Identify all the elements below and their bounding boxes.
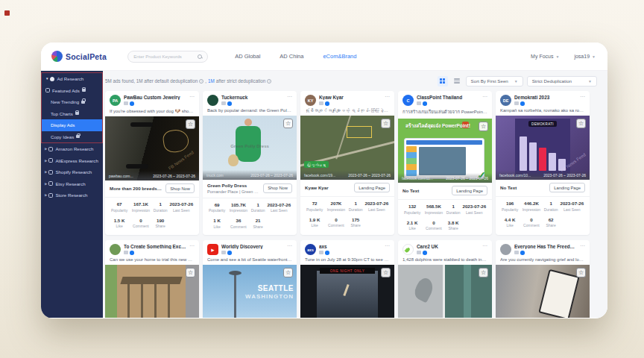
advertiser-avatar[interactable]: C [402, 95, 414, 106]
favorite-star-button[interactable]: ☆ [186, 268, 195, 277]
list-view-button[interactable] [452, 76, 462, 87]
more-menu-icon[interactable]: ⋯ [287, 95, 292, 98]
ad-creative-image[interactable]: Green Polly Dress ☆ tnuck.com 2023-07-26… [203, 116, 297, 180]
more-menu-icon[interactable]: ⋯ [385, 95, 390, 98]
sidebar-item-ad-research[interactable]: ▼Ad Research [42, 73, 102, 85]
more-menu-icon[interactable]: ⋯ [385, 244, 390, 248]
ad-card[interactable]: Tuckernuck ⋯ Back by popular demand: the… [203, 91, 297, 235]
favorite-star-button[interactable]: ☆ [576, 268, 586, 277]
ad-creative-image[interactable]: ✓ สร้างสไลด์สุดเจ๋ง PowerPoint! ☆ facebo… [398, 119, 492, 183]
favorite-star-button[interactable]: ☆ [381, 268, 391, 277]
advertiser-name[interactable]: axs [319, 244, 382, 249]
sidebar-item-amazon-research[interactable]: ▶Amazon Research [41, 143, 103, 155]
ad-card[interactable]: axs axs ⋯ Tune in on July 28 at 9:30pm C… [300, 240, 394, 318]
ad-creative-image[interactable]: SEATTLE WASHINGTON ☆ [203, 265, 297, 318]
advertiser-name[interactable]: Everyone Has The Freedom To... [514, 244, 577, 249]
more-menu-icon[interactable]: ⋯ [189, 95, 195, 98]
advertiser-avatar[interactable]: PA [110, 95, 121, 106]
advertiser-url[interactable]: tnuck.com [206, 173, 224, 178]
more-menu-icon[interactable]: ⋯ [287, 244, 292, 248]
deduplication-dropdown[interactable]: Strict Deduplication▼ [527, 76, 597, 87]
advertiser-avatar[interactable] [207, 95, 218, 106]
advertiser-url[interactable]: facebook.com/10... [499, 173, 531, 178]
ad-creative-image[interactable]: FB News Feed ☆ pawbau.com... 2023-07-26 … [105, 116, 199, 180]
advertiser-avatar[interactable] [402, 244, 414, 255]
advertiser-name[interactable]: Demokrati 2023 [514, 95, 577, 100]
advertiser-name[interactable]: Care2 UK [417, 244, 479, 249]
advertiser-url[interactable]: pawbau.com... [109, 174, 133, 178]
search-input[interactable] [133, 54, 198, 59]
my-focus-menu[interactable]: My Focus▼ [531, 54, 559, 59]
sidebar-item-store-research[interactable]: ▶Store Research [41, 189, 103, 201]
socialpeta-logo[interactable]: SocialPeta [51, 51, 107, 62]
advertiser-avatar[interactable]: axs [305, 244, 316, 255]
more-menu-icon[interactable]: ⋯ [482, 95, 487, 98]
cta-button[interactable]: Landing Page [354, 183, 390, 192]
ad-research-group: ▼Ad ResearchFeatured AdsNew TrendingTop … [41, 72, 103, 143]
info-icon[interactable]: i [199, 79, 203, 84]
more-menu-icon[interactable]: ⋯ [482, 244, 487, 248]
advertiser-name[interactable]: Kyaw Kyar [319, 95, 382, 100]
user-account-menu[interactable]: josa19▼ [574, 54, 596, 59]
ad-creative-image[interactable]: ☆ [105, 265, 199, 318]
advertiser-name[interactable]: Tuckernuck [221, 95, 284, 100]
ad-creative-image[interactable]: ONE NIGHT ONLY ☆ [300, 265, 394, 318]
advertiser-name[interactable]: Worldly Discovery [221, 244, 284, 249]
more-menu-icon[interactable]: ⋯ [580, 95, 585, 98]
ad-card[interactable]: Everyone Has The Freedom To... ⋯ Are you… [496, 240, 590, 318]
advertiser-name[interactable]: PawBau Custom Jewelry [124, 95, 186, 100]
cta-button[interactable]: Shop Now [263, 183, 292, 193]
favorite-star-button[interactable]: ☆ [381, 119, 391, 128]
ad-card[interactable]: KY Kyaw Kyar ⋯ ရုံနီးတာချင်အကျိုးများမယ့… [300, 91, 394, 235]
advertiser-url[interactable]: facebook.com/11... [402, 176, 433, 180]
cta-button[interactable]: Landing Page [452, 186, 487, 195]
ad-card[interactable]: ▶ Worldly Discovery ⋯ Come and see a bit… [203, 240, 297, 318]
favorite-star-button[interactable]: ☆ [186, 119, 195, 129]
advertiser-avatar[interactable]: ▶ [207, 244, 218, 255]
favorite-star-button[interactable]: ☆ [479, 122, 488, 131]
sidebar-item-etsy-research[interactable]: ▶Etsy Research [41, 178, 103, 190]
cta-button[interactable]: Shop Now [165, 183, 195, 193]
favorite-star-button[interactable]: ☆ [576, 119, 586, 128]
grid-view-button[interactable] [438, 76, 448, 87]
sidebar-item-copy-ideas[interactable]: Copy Ideas [42, 131, 102, 143]
advertiser-name[interactable]: To Create Something Exceptio... [124, 244, 186, 249]
ad-creative-image[interactable]: ☆ [496, 265, 590, 318]
ad-creative-image[interactable]: ☆ [398, 265, 492, 318]
ad-card[interactable]: DE Demokrati 2023 ⋯ Kampaň sa rozbehla, … [496, 91, 590, 235]
ad-card[interactable]: To Create Something Exceptio... ⋯ Can we… [105, 240, 199, 318]
ad-card[interactable]: Care2 UK ⋯ 1,428 dolphins were stabbed t… [398, 240, 492, 318]
sidebar-item-display-ads[interactable]: Display Ads [42, 119, 102, 131]
sort-dropdown[interactable]: Sort By First Seen▼ [466, 76, 523, 87]
favorite-star-button[interactable]: ☆ [479, 268, 488, 277]
nav-item-ad-global[interactable]: AD Global [235, 53, 260, 60]
advertiser-avatar[interactable] [110, 244, 121, 255]
etsy-icon [48, 181, 53, 186]
ad-card[interactable]: PA PawBau Custom Jewelry ⋯ If you're obs… [105, 91, 199, 235]
expand-arrow-icon: ▶ [45, 182, 47, 186]
product-keyword-search[interactable] [127, 51, 208, 63]
ad-creative-image[interactable]: မြေကွက်နေရာ ☆ facebook.com/19... 2023-07… [300, 116, 394, 180]
advertiser-avatar[interactable]: KY [305, 95, 316, 106]
cta-button[interactable]: Landing Page [549, 183, 585, 192]
advertiser-url[interactable]: facebook.com/19... [304, 173, 335, 178]
nav-item-ecom-brand[interactable]: eCom&Brand [323, 53, 356, 60]
favorite-star-button[interactable]: ☆ [283, 119, 293, 128]
favorite-star-button[interactable]: ☆ [283, 268, 293, 277]
sidebar-item-shopify-research[interactable]: ▶Shopify Research [41, 166, 103, 178]
ad-creative-image[interactable]: FB News Feed DEMOKRATI ☆ facebook.com/10… [496, 116, 590, 180]
sidebar-item-featured-ads[interactable]: Featured Ads [42, 85, 102, 97]
recording-indicator-dot [4, 10, 10, 16]
info-icon[interactable]: i [267, 79, 271, 84]
sidebar-item-top-charts[interactable]: Top Charts [42, 108, 102, 120]
ad-card[interactable]: C ClassPoint Thailand ⋯ การสร้างเกมเรียน… [398, 91, 492, 235]
advertiser-avatar[interactable]: DE [500, 95, 511, 106]
nav-item-ad-china[interactable]: AD China [280, 53, 303, 60]
sidebar-item-aliexpress-research[interactable]: ▶AliExpress Research [41, 155, 103, 167]
more-menu-icon[interactable]: ⋯ [189, 244, 195, 248]
advertiser-name[interactable]: ClassPoint Thailand [417, 95, 479, 100]
divider [203, 198, 297, 198]
sidebar-item-new-trending[interactable]: New Trending [42, 96, 102, 108]
advertiser-avatar[interactable] [500, 244, 511, 255]
more-menu-icon[interactable]: ⋯ [580, 244, 585, 248]
